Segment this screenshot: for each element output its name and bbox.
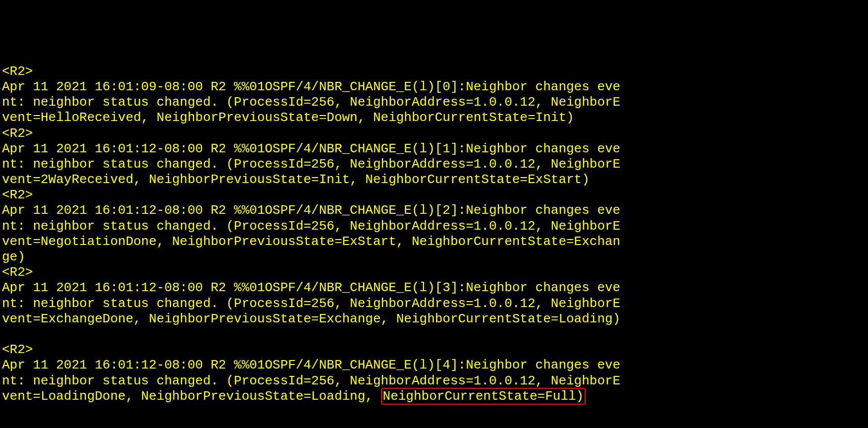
- neighbor-state-full-highlight: NeighborCurrentState=Full): [381, 388, 586, 405]
- router-prompt: <R2>: [2, 342, 866, 358]
- log-line: nt: neighbor status changed. (ProcessId=…: [2, 296, 866, 311]
- log-line: vent=HelloReceived, NeighborPreviousStat…: [2, 110, 866, 125]
- log-line: nt: neighbor status changed. (ProcessId=…: [2, 373, 866, 389]
- log-line: vent=NegotiationDone, NeighborPreviousSt…: [2, 234, 866, 249]
- log-line: vent=ExchangeDone, NeighborPreviousState…: [2, 311, 866, 327]
- log-line: Apr 11 2021 16:01:09-08:00 R2 %%01OSPF/4…: [2, 79, 866, 95]
- blank-line: [2, 327, 866, 342]
- log-line: nt: neighbor status changed. (ProcessId=…: [2, 219, 866, 234]
- router-prompt: <R2>: [2, 126, 866, 141]
- router-prompt: <R2>: [2, 187, 866, 203]
- router-prompt: <R2>: [2, 265, 866, 280]
- router-prompt: <R2>: [2, 64, 866, 79]
- log-line: Apr 11 2021 16:01:12-08:00 R2 %%01OSPF/4…: [2, 280, 866, 296]
- log-line: nt: neighbor status changed. (ProcessId=…: [2, 95, 866, 110]
- log-line: vent=2WayReceived, NeighborPreviousState…: [2, 172, 866, 187]
- log-line: Apr 11 2021 16:01:12-08:00 R2 %%01OSPF/4…: [2, 358, 866, 373]
- terminal-output: <R2>Apr 11 2021 16:01:09-08:00 R2 %%01OS…: [2, 64, 866, 404]
- log-line: nt: neighbor status changed. (ProcessId=…: [2, 157, 866, 172]
- log-line: Apr 11 2021 16:01:12-08:00 R2 %%01OSPF/4…: [2, 203, 866, 218]
- log-line: ge): [2, 249, 866, 265]
- log-line: vent=LoadingDone, NeighborPreviousState=…: [2, 389, 866, 404]
- log-line: Apr 11 2021 16:01:12-08:00 R2 %%01OSPF/4…: [2, 141, 866, 157]
- log-text: vent=LoadingDone, NeighborPreviousState=…: [2, 389, 381, 404]
